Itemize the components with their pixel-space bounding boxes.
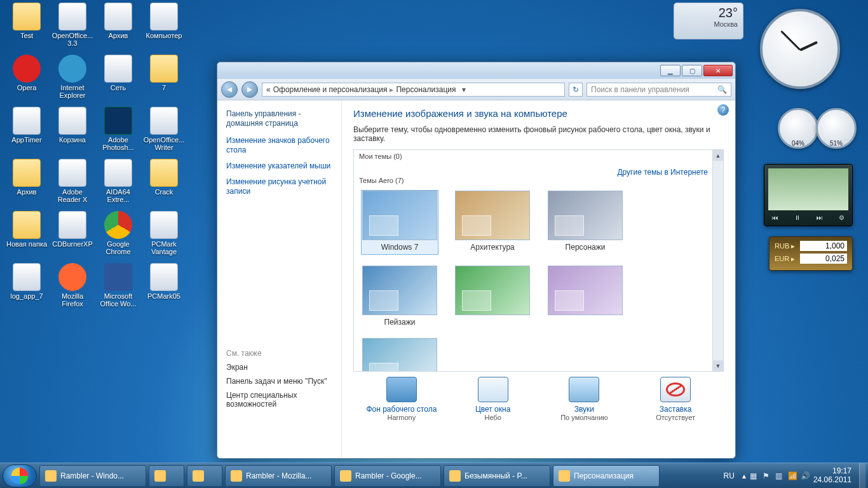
nav-back-button[interactable]: ◄ xyxy=(221,81,238,98)
scroll-down-icon[interactable]: ▼ xyxy=(713,360,723,371)
desktop-icon[interactable]: Новая папка xyxy=(5,211,48,248)
desktop-icon[interactable]: Adobe Photosh... xyxy=(97,107,140,151)
screensaver-icon xyxy=(660,377,691,402)
taskbar-button[interactable]: Rambler - Windo... xyxy=(39,465,146,487)
sounds-cell[interactable]: Звуки По умолчанию xyxy=(539,377,630,421)
screensaver-caption[interactable]: Заставка xyxy=(630,405,721,414)
tray-icon[interactable]: ▦ xyxy=(750,471,759,480)
side-home-link[interactable]: Панель управления - домашняя страница xyxy=(226,109,332,128)
desktop-background-cell[interactable]: Фон рабочего стола Harmony xyxy=(356,377,447,421)
refresh-button[interactable]: ↻ xyxy=(569,83,583,97)
currency-code[interactable]: EUR ▸ xyxy=(775,255,796,263)
desktop-icon[interactable]: OpenOffice... Writer xyxy=(142,107,186,151)
scrollbar[interactable]: ▲ ▼ xyxy=(712,150,723,371)
slideshow-gadget[interactable]: ⏮⏸⏭⚙ xyxy=(764,164,853,226)
ram-value: 51% xyxy=(830,140,843,147)
desktop-icon[interactable]: Microsoft Office Wo... xyxy=(97,263,140,308)
scroll-up-icon[interactable]: ▲ xyxy=(713,150,723,161)
close-button[interactable]: ✕ xyxy=(703,65,733,76)
side-link[interactable]: Изменение рисунка учетной записи xyxy=(226,177,332,196)
theme-item[interactable]: Пейзажи xyxy=(362,266,438,327)
window-color-cell[interactable]: Цвет окна Небо xyxy=(447,377,539,421)
taskbar-button[interactable]: Персонализация xyxy=(553,465,660,487)
minimize-button[interactable]: ▁ xyxy=(660,65,681,76)
weather-gadget[interactable]: 23° Москва xyxy=(674,3,743,39)
currency-gadget[interactable]: RUB ▸1,000EUR ▸0,025 xyxy=(769,236,853,271)
see-also-link[interactable]: Панель задач и меню ''Пуск'' xyxy=(226,377,332,386)
slideshow-control[interactable]: ⏮ xyxy=(772,214,778,221)
theme-item[interactable] xyxy=(454,266,531,327)
desktop-icon[interactable]: AIDA64 Extre... xyxy=(97,159,140,203)
theme-item[interactable] xyxy=(362,338,438,372)
desktop-icon[interactable]: Internet Explorer xyxy=(51,55,94,99)
help-icon[interactable]: ? xyxy=(717,104,729,116)
show-desktop-button[interactable] xyxy=(859,463,865,488)
currency-value[interactable]: 1,000 xyxy=(800,241,847,251)
desktop-icon[interactable]: Архив xyxy=(5,159,48,196)
online-themes-link[interactable]: Другие темы в Интернете xyxy=(617,168,708,177)
taskbar-clock[interactable]: 19:17 24.06.2011 xyxy=(813,467,851,485)
desktop-icon[interactable]: Opera xyxy=(5,55,48,92)
ram-gauge[interactable]: 51% xyxy=(816,108,857,149)
desktop-icon[interactable]: PCMark05 xyxy=(142,263,186,300)
desktop-icon[interactable]: AppTimer xyxy=(5,107,48,144)
tray-icon[interactable]: ▥ xyxy=(775,471,784,480)
screensaver-cell[interactable]: Заставка Отсутствует xyxy=(630,377,721,421)
see-also-link[interactable]: Центр специальных возможностей xyxy=(226,391,332,409)
desktop-background-caption[interactable]: Фон рабочего стола xyxy=(356,405,447,414)
desktop-icon[interactable]: Архив xyxy=(97,3,140,39)
desktop-icon[interactable]: Компьютер xyxy=(142,3,186,39)
desktop-icon[interactable]: Test xyxy=(5,3,48,39)
theme-item[interactable]: Архитектура xyxy=(454,191,531,254)
desktop-icon[interactable]: Google Chrome xyxy=(97,211,140,255)
currency-row[interactable]: EUR ▸0,025 xyxy=(775,254,847,264)
folder-icon xyxy=(13,159,41,187)
desktop-icon[interactable]: Adobe Reader X xyxy=(51,159,94,203)
tray-expand-icon[interactable]: ▴ xyxy=(742,471,746,480)
desktop-icon[interactable]: Mozilla Firefox xyxy=(51,263,94,308)
desktop-icon[interactable]: Корзина xyxy=(51,107,94,144)
search-input[interactable]: Поиск в панели управления 🔍 xyxy=(587,83,731,97)
start-button[interactable] xyxy=(3,464,37,487)
nav-forward-button[interactable]: ► xyxy=(241,81,258,98)
desktop-icon[interactable]: Сеть xyxy=(97,55,140,92)
desktop-icon[interactable]: OpenOffice... 3.3 xyxy=(51,3,94,47)
personalization-window: ▁ ▢ ✕ ◄ ► « Оформление и персонализация … xyxy=(217,62,736,459)
maximize-button[interactable]: ▢ xyxy=(682,65,702,76)
network-icon[interactable]: 📶 xyxy=(788,471,797,480)
desktop-icon[interactable]: Crack xyxy=(142,159,186,196)
taskbar-button[interactable]: Безымянный - P... xyxy=(444,465,550,487)
cpu-gauge[interactable]: 04% xyxy=(778,108,818,149)
desktop-icon[interactable]: 7 xyxy=(142,55,186,92)
theme-item[interactable]: Windows 7 xyxy=(362,191,438,254)
desktop-icon[interactable]: log_app_7 xyxy=(5,263,48,300)
volume-icon[interactable]: 🔊 xyxy=(801,471,810,480)
window-color-caption[interactable]: Цвет окна xyxy=(447,405,539,414)
taskbar-button[interactable] xyxy=(149,465,184,487)
taskbar-button[interactable]: Rambler - Mozilla... xyxy=(225,465,332,487)
slideshow-control[interactable]: ⏭ xyxy=(817,214,823,221)
action-center-icon[interactable]: ⚑ xyxy=(763,471,771,480)
slideshow-control[interactable]: ⚙ xyxy=(839,214,844,221)
titlebar[interactable]: ▁ ▢ ✕ xyxy=(217,62,735,79)
taskbar-button[interactable] xyxy=(187,465,222,487)
currency-row[interactable]: RUB ▸1,000 xyxy=(775,241,847,251)
theme-item[interactable] xyxy=(547,266,623,327)
taskbar-button[interactable]: Rambler - Google... xyxy=(334,465,441,487)
desktop-icon[interactable]: CDBurnerXP xyxy=(51,211,94,248)
breadcrumb-seg2[interactable]: Персонализация xyxy=(396,85,456,94)
slideshow-control[interactable]: ⏸ xyxy=(794,214,801,221)
side-link[interactable]: Изменение значков рабочего стола xyxy=(226,136,332,155)
see-also-link[interactable]: Экран xyxy=(226,363,332,372)
clock-gadget[interactable] xyxy=(760,9,840,89)
theme-item[interactable]: Персонажи xyxy=(547,191,623,254)
language-indicator[interactable]: RU xyxy=(720,471,738,480)
breadcrumb-seg1[interactable]: Оформление и персонализация xyxy=(273,85,388,94)
currency-code[interactable]: RUB ▸ xyxy=(775,242,796,250)
breadcrumb-dropdown[interactable]: ▾ xyxy=(459,85,469,94)
breadcrumb[interactable]: « Оформление и персонализация ▸ Персонал… xyxy=(262,83,565,97)
desktop-icon[interactable]: PCMark Vantage xyxy=(142,211,186,255)
sounds-caption[interactable]: Звуки xyxy=(539,405,630,414)
side-link[interactable]: Изменение указателей мыши xyxy=(226,161,332,171)
currency-value[interactable]: 0,025 xyxy=(800,254,847,264)
